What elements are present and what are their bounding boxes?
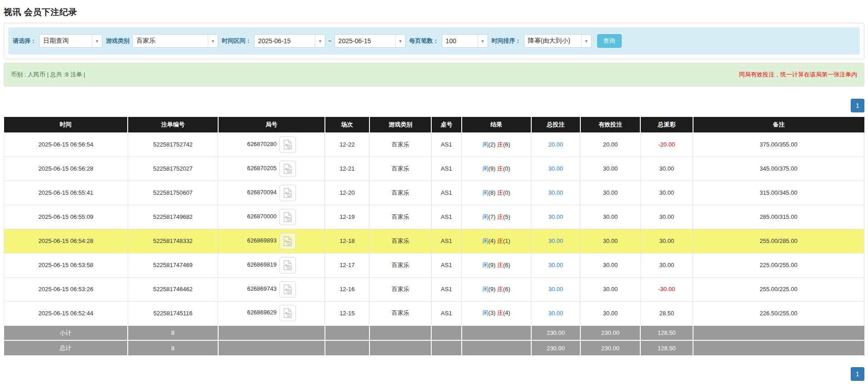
cell-game-type: 百家乐	[369, 253, 431, 277]
banker-result-count: (4)	[503, 309, 510, 316]
notice-text: 同局有效投注，统一计算在该局第一张注单内	[739, 71, 857, 79]
chevron-down-icon[interactable]: ▾	[395, 35, 405, 47]
banker-result-label: 庄	[497, 189, 503, 196]
cell-round-id: 626869819	[218, 253, 325, 277]
banker-result-label: 庄	[497, 237, 503, 244]
cell-payout: -30.00	[640, 277, 693, 301]
summary-row: 小计8230.00230.00128.50	[4, 325, 864, 340]
cell-time: 2025-06-15 06:56:54	[4, 132, 128, 157]
video-record-button[interactable]	[279, 305, 296, 321]
player-result-count: (2)	[488, 141, 495, 148]
table-row: 2025-06-15 06:53:58522581747469626869819…	[4, 253, 864, 277]
cell-total-bet: 30.00	[531, 277, 580, 301]
banker-result-label: 庄	[497, 165, 503, 172]
page-title: 视讯 会员下注纪录	[4, 6, 864, 18]
cell-game-type	[369, 340, 431, 355]
search-button[interactable]: 查询	[597, 34, 622, 48]
cell-valid-bet: 30.00	[580, 157, 641, 181]
chevron-down-icon[interactable]: ▾	[208, 35, 218, 47]
time-sort-value: 降幂(由大到小)	[524, 35, 581, 47]
video-record-button[interactable]	[279, 233, 296, 249]
cell-time: 2025-06-15 06:52:44	[4, 301, 128, 325]
query-type-value: 日期查询	[40, 35, 92, 47]
video-record-button[interactable]	[279, 281, 296, 298]
cell-payout: 30.00	[640, 181, 693, 205]
cell-table-no	[431, 325, 461, 340]
banker-result-count: (5)	[503, 213, 510, 220]
chevron-down-icon[interactable]: ▾	[92, 35, 102, 47]
cell-remark: 255.00/285.00	[693, 229, 864, 253]
video-file-icon	[283, 284, 292, 294]
cell-game-type: 百家乐	[369, 132, 431, 157]
page-size-select[interactable]: 100 ▾	[442, 34, 488, 48]
cell-remark: 375.00/355.00	[693, 132, 864, 157]
cell-remark: 255.00/225.00	[693, 277, 864, 301]
column-header: 结果	[462, 117, 531, 132]
cell-table-no: AS1	[431, 205, 461, 229]
summary-row: 总计8230.00230.00128.50	[4, 340, 864, 355]
cell-total-bet: 30.00	[531, 253, 580, 277]
chevron-down-icon[interactable]: ▾	[581, 35, 591, 47]
date-to-select[interactable]: 2025-06-15 ▾	[334, 34, 406, 48]
game-type-value: 百家乐	[133, 35, 208, 47]
query-type-select[interactable]: 日期查询 ▾	[39, 34, 102, 48]
cell-result: 闲(8) 庄(0)	[462, 181, 531, 205]
chevron-down-icon[interactable]: ▾	[315, 35, 325, 47]
cell-table-no: AS1	[431, 277, 461, 301]
banker-result-count: (6)	[503, 286, 510, 293]
player-result-label: 闲	[482, 237, 488, 244]
video-record-button[interactable]	[279, 209, 296, 225]
cell-time: 2025-06-15 06:53:58	[4, 253, 128, 277]
cell-session	[325, 325, 369, 340]
cell-round-id: 626869629	[218, 301, 325, 325]
date-from-select[interactable]: 2025-06-15 ▾	[254, 34, 325, 48]
query-type-label: 请选择：	[13, 37, 36, 45]
cell-bet-id: 522581749682	[128, 205, 218, 229]
cell-total-bet: 30.00	[531, 229, 580, 253]
summary-count: 8	[128, 325, 218, 340]
table-row: 2025-06-15 06:56:28522581752027626870205…	[4, 157, 864, 181]
table-row: 2025-06-15 06:55:09522581749682626870000…	[4, 205, 864, 229]
video-record-button[interactable]	[279, 161, 296, 177]
date-from-value: 2025-06-15	[254, 35, 315, 47]
round-id: 626869893	[247, 237, 277, 244]
player-result-label: 闲	[482, 165, 488, 172]
cell-round-id: 626870000	[218, 205, 325, 229]
cell-session: 12-20	[325, 181, 369, 205]
banker-result-count: (0)	[503, 189, 510, 196]
round-id: 626869819	[247, 261, 277, 268]
cell-remark: 345.00/375.00	[693, 157, 864, 181]
cell-round-id	[218, 340, 325, 355]
round-id: 626869743	[247, 285, 277, 292]
cell-table-no: AS1	[431, 301, 461, 325]
column-header: 总投注	[531, 117, 580, 132]
cell-session: 12-19	[325, 205, 369, 229]
player-result-count: (3)	[488, 309, 495, 316]
time-sort-label: 时间排序：	[492, 37, 521, 45]
page-1-button[interactable]: 1	[851, 99, 864, 112]
cell-remark: 315.00/345.00	[693, 181, 864, 205]
currency-summary-text: 币别 : 人民币 | 总共 :8 注单 |	[11, 71, 85, 79]
page-size-label: 每页笔数：	[409, 37, 439, 45]
banker-result-count: (6)	[503, 262, 510, 268]
cell-round-id	[218, 325, 325, 340]
table-row: 2025-06-15 06:54:28522581748332626869893…	[4, 229, 864, 253]
video-file-icon	[283, 140, 292, 150]
summary-label: 总计	[4, 340, 128, 355]
chevron-down-icon[interactable]: ▾	[478, 35, 488, 47]
video-record-button[interactable]	[279, 257, 296, 273]
summary-payout: 128.50	[640, 325, 693, 340]
banker-result-label: 庄	[497, 213, 503, 220]
cell-bet-id: 522581746462	[128, 277, 218, 301]
game-type-select[interactable]: 百家乐 ▾	[132, 34, 218, 48]
player-result-label: 闲	[482, 286, 488, 293]
cell-time: 2025-06-15 06:55:41	[4, 181, 128, 205]
column-header: 游戏类别	[369, 117, 431, 132]
video-record-button[interactable]	[279, 185, 296, 201]
player-result-count: (9)	[488, 286, 495, 293]
player-result-label: 闲	[482, 189, 488, 196]
video-record-button[interactable]	[279, 136, 296, 153]
cell-game-type: 百家乐	[369, 181, 431, 205]
time-sort-select[interactable]: 降幂(由大到小) ▾	[524, 34, 592, 48]
page-1-button[interactable]: 1	[851, 367, 864, 381]
